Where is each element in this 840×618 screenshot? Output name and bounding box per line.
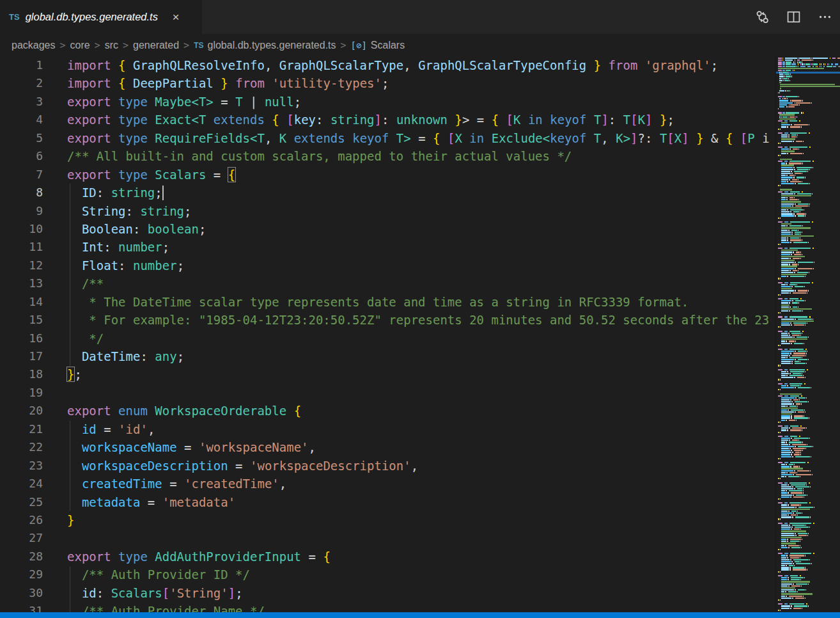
code-text: export type Exact<T extends { [key: stri… <box>67 111 674 129</box>
code-line[interactable]: 15 * For example: "1985-04-12T23:20:50.5… <box>0 311 775 329</box>
code-line[interactable]: 24 createdTime = 'createdTime', <box>0 475 775 493</box>
chevron-right-icon: > <box>341 40 346 51</box>
line-number: 5 <box>0 129 43 147</box>
code-line[interactable]: 3export type Maybe<T> = T | null; <box>0 93 775 111</box>
vscode-window: TS global.db.types.generated.ts × <box>0 0 840 618</box>
split-editor-icon[interactable] <box>786 10 801 24</box>
line-number: 10 <box>0 220 43 238</box>
code-text: DateTime: any; <box>67 347 184 365</box>
line-number: 2 <box>0 74 43 92</box>
code-line[interactable]: 4export type Exact<T extends { [key: str… <box>0 111 775 129</box>
line-number: 6 <box>0 147 43 165</box>
code-line[interactable]: 30 id: Scalars['String']; <box>0 584 775 602</box>
code-lines: 1import { GraphQLResolveInfo, GraphQLSca… <box>0 56 775 612</box>
code-line[interactable]: 19 <box>0 384 775 402</box>
line-number: 11 <box>0 238 43 256</box>
code-line[interactable]: 6/** All built-in and custom scalars, ma… <box>0 147 775 165</box>
line-number: 19 <box>0 384 43 402</box>
code-line[interactable]: 16 */ <box>0 329 775 347</box>
code-text: */ <box>67 329 104 347</box>
code-line[interactable]: 21 id = 'id', <box>0 420 775 438</box>
code-line[interactable]: 27 <box>0 529 775 547</box>
minimap[interactable] <box>775 56 840 612</box>
line-number: 20 <box>0 402 43 420</box>
chevron-right-icon: > <box>95 40 100 51</box>
line-number: 12 <box>0 257 43 274</box>
code-text: Int: number; <box>67 238 169 256</box>
line-number: 25 <box>0 493 43 511</box>
chevron-right-icon: > <box>60 40 66 51</box>
breadcrumb-symbol-scalars[interactable]: [⊘] Scalars <box>351 40 405 51</box>
line-number: 13 <box>0 274 43 292</box>
code-text: * For example: "1985-04-12T23:20:50.52Z"… <box>67 311 769 329</box>
line-number: 31 <box>0 602 43 612</box>
code-line[interactable]: 26} <box>0 511 775 529</box>
code-line[interactable]: 5export type RequireFields<T, K extends … <box>0 129 775 147</box>
code-line[interactable]: 14 * The DateTime scalar type represents… <box>0 293 775 311</box>
code-text: Float: number; <box>67 257 184 274</box>
code-line[interactable]: 29 /** Auth Provider ID */ <box>0 566 775 583</box>
code-text: id = 'id', <box>67 420 155 438</box>
breadcrumb-symbol-label: Scalars <box>371 40 405 51</box>
code-line[interactable]: 31 /** Auth Provider Name */ <box>0 602 775 612</box>
code-text: ID: string; <box>67 184 164 202</box>
breadcrumb-core[interactable]: core <box>70 40 90 51</box>
code-line[interactable]: 23 workspaceDescription = 'workspaceDesc… <box>0 457 775 475</box>
line-number: 30 <box>0 584 43 602</box>
code-text: /** <box>67 274 104 292</box>
code-text: String: string; <box>67 202 192 220</box>
line-number: 24 <box>0 475 43 493</box>
chevron-right-icon: > <box>183 40 189 51</box>
line-number: 3 <box>0 93 43 111</box>
code-line[interactable]: 9 String: string; <box>0 202 775 220</box>
code-line[interactable]: 2import { DeepPartial } from 'utility-ty… <box>0 74 775 92</box>
code-editor[interactable]: 1import { GraphQLResolveInfo, GraphQLSca… <box>0 56 775 612</box>
code-text: Boolean: boolean; <box>67 220 206 238</box>
editor-actions <box>755 0 832 34</box>
code-text: createdTime = 'createdTime', <box>67 475 286 493</box>
code-text: id: Scalars['String']; <box>67 584 243 602</box>
code-line[interactable]: 13 /** <box>0 274 775 292</box>
code-text: } <box>67 511 74 529</box>
breadcrumb-file[interactable]: TS global.db.types.generated.ts <box>194 40 336 51</box>
code-line[interactable]: 17 DateTime: any; <box>0 347 775 365</box>
close-tab-icon[interactable]: × <box>169 10 183 24</box>
more-actions-icon[interactable] <box>818 10 832 24</box>
code-line[interactable]: 1import { GraphQLResolveInfo, GraphQLSca… <box>0 56 775 74</box>
code-text: }; <box>67 365 82 383</box>
code-line[interactable]: 8 ID: string; <box>0 184 775 202</box>
code-line[interactable]: 25 metadata = 'metadata' <box>0 493 775 511</box>
tab-global-db-types[interactable]: TS global.db.types.generated.ts × <box>0 0 202 34</box>
tab-bar: TS global.db.types.generated.ts × <box>0 0 840 34</box>
code-line[interactable]: 12 Float: number; <box>0 257 775 274</box>
breadcrumb-packages[interactable]: packages <box>12 40 56 51</box>
code-line[interactable]: 22 workspaceName = 'workspaceName', <box>0 438 775 456</box>
line-number: 9 <box>0 202 43 220</box>
breadcrumb-generated[interactable]: generated <box>133 40 179 51</box>
breadcrumb-src[interactable]: src <box>105 40 118 51</box>
code-text: workspaceDescription = 'workspaceDescrip… <box>67 457 418 475</box>
typescript-file-icon: TS <box>9 12 20 22</box>
line-number: 14 <box>0 293 43 311</box>
line-number: 29 <box>0 566 43 583</box>
code-line[interactable]: 28export type AddAuthProviderInput = { <box>0 548 775 566</box>
line-number: 22 <box>0 438 43 456</box>
chevron-right-icon: > <box>123 40 128 51</box>
code-line[interactable]: 20export enum WorkspaceOrderable { <box>0 402 775 420</box>
breadcrumb: packages > core > src > generated > TS g… <box>0 34 840 56</box>
code-text: /** Auth Provider Name */ <box>67 602 265 612</box>
code-line[interactable]: 18}; <box>0 365 775 383</box>
line-number: 8 <box>0 184 43 202</box>
line-number: 21 <box>0 420 43 438</box>
line-number: 27 <box>0 529 43 547</box>
code-line[interactable]: 7export type Scalars = { <box>0 166 775 184</box>
line-number: 28 <box>0 548 43 566</box>
tab-title: global.db.types.generated.ts <box>26 11 158 23</box>
open-changes-icon[interactable] <box>755 10 770 24</box>
code-line[interactable]: 11 Int: number; <box>0 238 775 256</box>
code-text: export type AddAuthProviderInput = { <box>67 548 331 566</box>
line-number: 23 <box>0 457 43 475</box>
code-line[interactable]: 10 Boolean: boolean; <box>0 220 775 238</box>
code-text: import { DeepPartial } from 'utility-typ… <box>67 74 389 92</box>
code-text: /** Auth Provider ID */ <box>67 566 250 583</box>
